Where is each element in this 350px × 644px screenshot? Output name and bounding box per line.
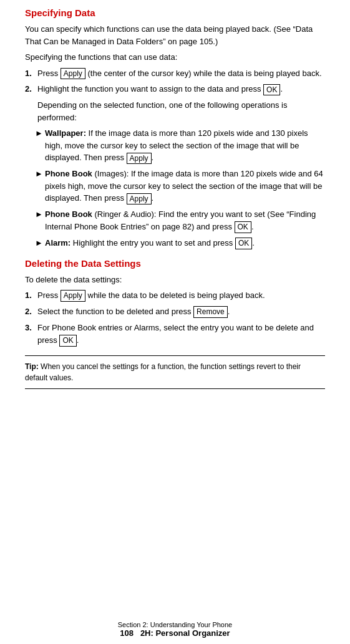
step-1-content: Press Apply (the center of the cursor ke… <box>37 67 325 80</box>
delete-step-3-content: For Phone Book entries or Alarms, select… <box>37 322 325 346</box>
bullet-phonebook-ringer: ► Phone Book (Ringer & Audio): Find the … <box>25 208 325 233</box>
bullet-phonebook-images: ► Phone Book (Images): If the image data… <box>25 168 325 204</box>
bullet-arrow-3: ► <box>35 208 44 233</box>
footer-page-line: 108 2H: Personal Organizer <box>0 628 350 638</box>
footer-section-label: Section 2: Understanding Your Phone <box>0 621 350 628</box>
remove-btn-delete2: Remove <box>193 306 228 318</box>
bullet-alarm: ► Alarm: Highlight the entry you want to… <box>25 237 325 249</box>
ok-btn-ringer: OK <box>235 221 251 233</box>
apply-btn-wallpaper: Apply <box>127 153 152 165</box>
bullet-arrow-1: ► <box>35 127 44 164</box>
intro-paragraph: You can specify which functions can use … <box>25 23 325 47</box>
step-2: 2. Highlight the function you want to as… <box>25 83 325 95</box>
delete-step-3: 3. For Phone Book entries or Alarms, sel… <box>25 322 325 346</box>
tip-text: When you cancel the settings for a funct… <box>25 362 301 382</box>
delete-step-1: 1. Press Apply while the data to be dele… <box>25 289 325 302</box>
tip-box: Tip: When you cancel the settings for a … <box>25 355 325 389</box>
bullet-content-alarm: Alarm: Highlight the entry you want to s… <box>45 237 325 249</box>
delete-step-2-num: 2. <box>25 305 37 318</box>
heading-deleting-data: Deleting the Data Settings <box>25 258 325 269</box>
delete-step-1-content: Press Apply while the data to be deleted… <box>37 289 325 302</box>
bullet-arrow-2: ► <box>35 168 44 204</box>
depends-text: Depending on the selected function, one … <box>25 99 325 123</box>
delete-step-3-num: 3. <box>25 322 37 346</box>
bullet-content-phonebook-images: Phone Book (Images): If the image data i… <box>45 168 325 204</box>
ok-btn-delete3: OK <box>59 335 76 347</box>
ok-btn-step2: OK <box>263 84 280 96</box>
step-1-num: 1. <box>25 67 37 80</box>
bullet-wallpaper: ► Wallpaper: If the image data is more t… <box>25 127 325 164</box>
step-2-num: 2. <box>25 83 37 95</box>
delete-intro-text: To delete the data settings: <box>25 274 325 286</box>
delete-step-1-num: 1. <box>25 289 37 302</box>
apply-btn-step1: Apply <box>61 68 85 80</box>
heading-specifying-data: Specifying Data <box>25 7 325 18</box>
page-footer: Section 2: Understanding Your Phone 108 … <box>0 621 350 638</box>
ok-btn-alarm: OK <box>235 238 252 249</box>
delete-step-2-content: Select the function to be deleted and pr… <box>37 305 325 318</box>
step-1: 1. Press Apply (the center of the cursor… <box>25 67 325 80</box>
bullet-content-phonebook-ringer: Phone Book (Ringer & Audio): Find the en… <box>45 208 325 233</box>
tip-label: Tip: <box>25 362 39 371</box>
delete-step-2: 2. Select the function to be deleted and… <box>25 305 325 318</box>
footer-page-num: 108 <box>120 628 134 638</box>
apply-btn-phonebook-images: Apply <box>127 193 152 205</box>
apply-btn-delete1: Apply <box>61 290 85 302</box>
footer-page-label: 2H: Personal Organizer <box>136 628 230 638</box>
bullet-arrow-4: ► <box>35 237 44 249</box>
specifying-intro-text: Specifying the functions that can use da… <box>25 51 325 64</box>
step-2-content: Highlight the function you want to assig… <box>37 83 325 95</box>
bullet-content-wallpaper: Wallpaper: If the image data is more tha… <box>45 127 325 164</box>
